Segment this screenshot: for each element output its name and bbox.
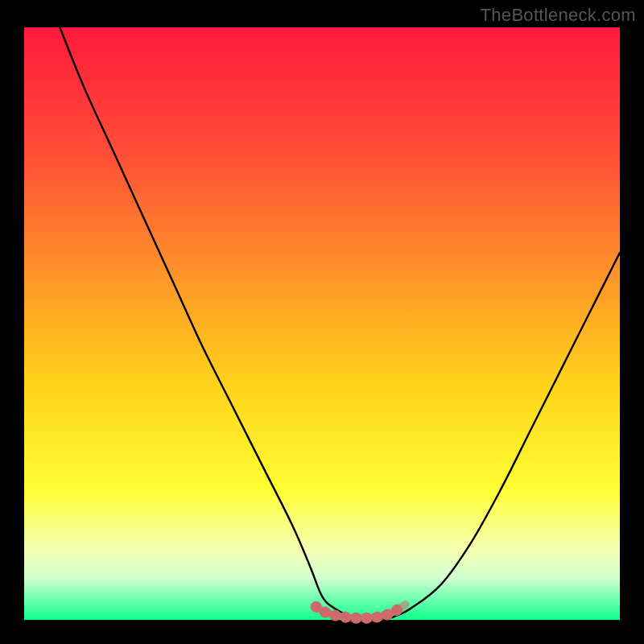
bottleneck-chart (0, 0, 644, 644)
plot-background (24, 27, 620, 620)
chart-frame: TheBottleneck.com (0, 0, 644, 644)
